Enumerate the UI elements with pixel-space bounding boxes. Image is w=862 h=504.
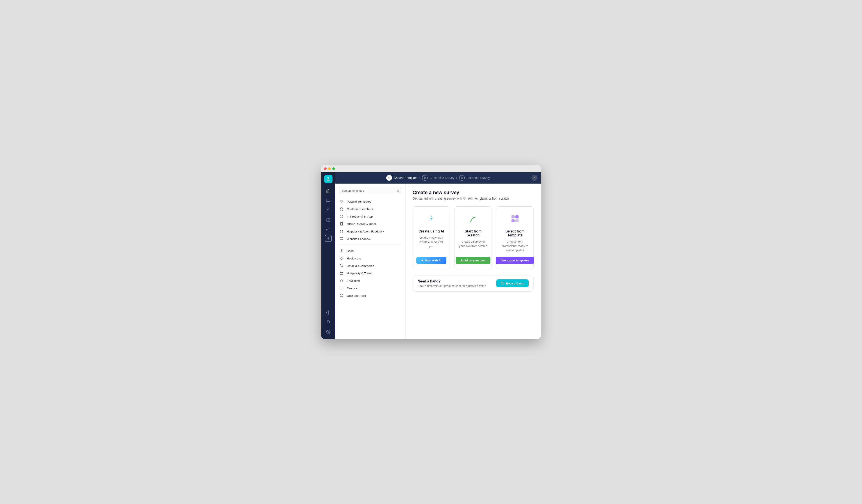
category-label: Quiz and Polls	[347, 294, 366, 297]
category-education[interactable]: Education	[335, 277, 405, 284]
svg-point-0	[328, 209, 329, 210]
svg-marker-12	[340, 208, 343, 210]
steps: 1 Choose Template › 2 Customize Survey ›…	[386, 175, 490, 181]
category-label: SaaS	[347, 249, 354, 253]
start-with-ai-button[interactable]: ✦ Start with AI	[416, 257, 446, 264]
category-hospitality[interactable]: Hospitality & Travel	[335, 269, 405, 277]
help-description: Book a time with our product team for a …	[418, 284, 486, 288]
svg-rect-27	[340, 287, 343, 289]
step-2[interactable]: 2 Customize Survey	[422, 175, 455, 181]
svg-rect-34	[511, 219, 514, 222]
inproduct-icon	[340, 215, 344, 218]
category-popular-templates[interactable]: Popular Templates	[335, 198, 405, 205]
svg-point-5	[328, 331, 329, 332]
sidebar-item-users[interactable]	[324, 206, 333, 215]
minimize-dot[interactable]	[328, 167, 331, 170]
category-label: Popular Templates	[347, 200, 371, 203]
finance-icon	[340, 287, 344, 290]
search-input[interactable]	[339, 187, 402, 194]
ai-card-icon	[426, 213, 437, 225]
help-section: Need a hand? Book a time with our produc…	[413, 275, 534, 292]
sidebar-item-settings[interactable]	[324, 328, 333, 336]
step-3-circle: 3	[459, 175, 465, 181]
left-panel: Popular Templates Customer Feedback	[335, 184, 406, 339]
help-text: Need a hand? Book a time with our produc…	[418, 279, 486, 288]
app-body: Z	[321, 172, 541, 339]
retail-icon	[340, 264, 344, 268]
ai-btn-icon: ✦	[421, 259, 423, 262]
svg-rect-9	[342, 200, 343, 201]
category-finance[interactable]: Finance	[335, 284, 405, 292]
svg-rect-32	[511, 215, 514, 218]
category-label: Finance	[347, 287, 357, 290]
step-3[interactable]: 3 Distribute Survey	[459, 175, 490, 181]
category-inproduct[interactable]: In-Product & In-App	[335, 213, 405, 220]
category-retail[interactable]: Retail & eCommerce	[335, 262, 405, 269]
close-dot[interactable]	[324, 167, 327, 170]
category-website[interactable]: Website Feedback	[335, 235, 405, 242]
step-2-label: Customize Survey	[430, 176, 455, 180]
category-saas[interactable]: SaaS	[335, 247, 405, 255]
scratch-card-title: Start from Scratch	[459, 229, 487, 237]
svg-rect-1	[327, 218, 330, 222]
template-card-title: Select from Template	[501, 229, 529, 237]
popular-templates-icon	[340, 200, 344, 203]
sidebar-bottom	[324, 308, 333, 336]
search-bar	[339, 187, 402, 194]
industry-categories: SaaS Healthcare	[335, 247, 405, 300]
app-window: Z	[321, 165, 541, 339]
category-label: Education	[347, 279, 360, 282]
step-2-circle: 2	[422, 175, 428, 181]
help-title: Need a hand?	[418, 279, 486, 283]
saas-icon	[340, 249, 344, 253]
use-expert-templates-button[interactable]: Use expert templates	[496, 257, 534, 264]
build-on-own-button[interactable]: Build on your own	[456, 257, 490, 264]
scratch-card-desc: Create a survey of your own from scratch	[459, 239, 487, 252]
svg-rect-26	[340, 273, 343, 275]
template-card-desc: Choose from professional ready to use te…	[501, 239, 529, 252]
template-card-icon	[509, 213, 521, 225]
step-1-label: Choose Template	[394, 176, 418, 180]
customer-feedback-icon	[340, 207, 344, 211]
page-subtitle: Get started with creating survey with AI…	[413, 197, 534, 200]
sidebar: Z	[321, 172, 335, 339]
category-healthcare[interactable]: Healthcare	[335, 255, 405, 262]
category-helpdesk[interactable]: Helpdesk & Agent Feedback	[335, 228, 405, 235]
category-quiz[interactable]: Quiz and Polls	[335, 292, 405, 300]
book-demo-button[interactable]: Book a Demo	[496, 279, 528, 287]
page-title: Create a new survey	[413, 190, 534, 196]
category-label: Retail & eCommerce	[347, 264, 374, 268]
category-label: Customer Feedback	[347, 208, 374, 211]
category-label: Offline, Mobile & Kiosk	[347, 222, 377, 226]
category-label: Hospitality & Travel	[347, 272, 372, 275]
category-customer-feedback[interactable]: Customer Feedback	[335, 205, 405, 213]
topbar: 1 Choose Template › 2 Customize Survey ›…	[335, 172, 541, 184]
offline-icon	[340, 222, 344, 226]
sidebar-item-notifications[interactable]	[324, 318, 333, 327]
logo[interactable]: Z	[324, 175, 332, 183]
main-categories: Popular Templates Customer Feedback	[335, 198, 405, 242]
search-icon	[396, 189, 400, 193]
svg-line-7	[399, 191, 400, 192]
sidebar-item-help[interactable]	[324, 308, 333, 317]
sidebar-item-tasks[interactable]	[324, 216, 333, 224]
svg-point-2	[328, 229, 329, 230]
close-button[interactable]: ✕	[532, 175, 538, 181]
titlebar	[321, 165, 541, 172]
sidebar-item-feedback[interactable]	[324, 196, 333, 205]
category-label: Website Feedback	[347, 237, 371, 241]
sidebar-item-integrations[interactable]	[324, 225, 333, 234]
website-icon	[340, 237, 344, 241]
category-offline[interactable]: Offline, Mobile & Kiosk	[335, 220, 405, 228]
step-1[interactable]: 1 Choose Template	[386, 175, 418, 181]
step-arrow-1: ›	[419, 176, 420, 180]
svg-rect-11	[342, 202, 343, 203]
quiz-icon	[340, 294, 344, 297]
maximize-dot[interactable]	[332, 167, 335, 170]
sidebar-item-home[interactable]	[324, 187, 333, 196]
card-template: Select from Template Choose from profess…	[496, 207, 534, 269]
svg-rect-10	[340, 202, 341, 203]
svg-rect-8	[340, 200, 341, 201]
svg-rect-33	[515, 215, 519, 218]
sidebar-add-button[interactable]: +	[325, 235, 332, 242]
